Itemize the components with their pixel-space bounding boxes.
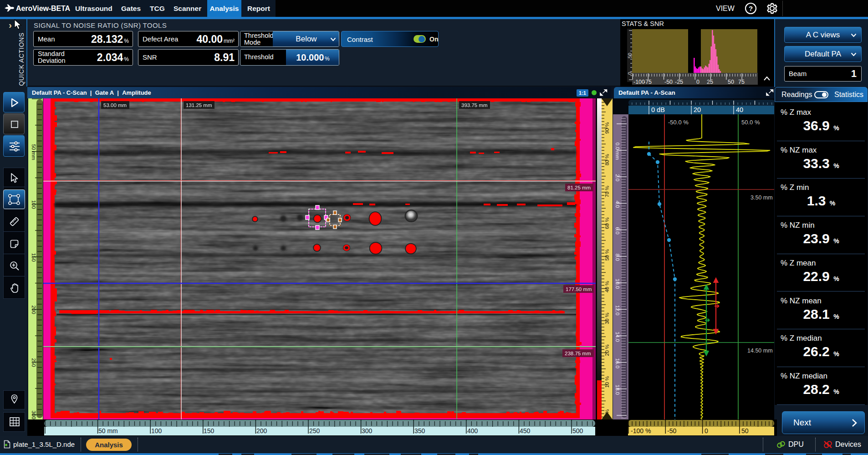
svg-text:50.0 %: 50.0 %	[741, 119, 760, 126]
svg-text:10.0: 10.0	[615, 279, 620, 289]
svg-text:2.0: 2.0	[615, 174, 620, 181]
svg-text:4.0: 4.0	[615, 200, 620, 208]
svg-text:10 %: 10 %	[604, 376, 610, 388]
svg-text:300: 300	[362, 427, 373, 435]
svg-text:-25: -25	[675, 79, 683, 85]
svg-text:20 %: 20 %	[604, 344, 610, 356]
svg-text:-50: -50	[664, 79, 673, 85]
svg-text:100: 100	[31, 200, 36, 209]
svg-text:200: 200	[256, 427, 267, 435]
svg-text:25: 25	[707, 79, 713, 85]
svg-text:150: 150	[204, 427, 214, 435]
svg-text:0.0 mm: 0.0 mm	[615, 143, 620, 160]
svg-text:50: 50	[627, 53, 633, 58]
svg-text:-75: -75	[643, 79, 652, 85]
svg-text:14.50 mm: 14.50 mm	[747, 348, 773, 354]
svg-text:150: 150	[31, 253, 36, 261]
svg-text:16.0: 16.0	[615, 358, 620, 368]
svg-text:250: 250	[309, 427, 320, 435]
svg-text:14.0: 14.0	[615, 332, 620, 342]
svg-text:500: 500	[572, 427, 583, 435]
svg-text:40: 40	[736, 106, 743, 113]
svg-text:238.75 mm: 238.75 mm	[565, 351, 591, 356]
svg-text:393.75 mm: 393.75 mm	[461, 102, 488, 108]
svg-text:70 %: 70 %	[604, 186, 610, 197]
svg-text:-100 %: -100 %	[631, 427, 651, 435]
svg-text:8.0: 8.0	[615, 254, 620, 261]
svg-text:50: 50	[741, 427, 749, 435]
svg-text:-50.0 %: -50.0 %	[668, 119, 689, 126]
svg-text:81.25 mm: 81.25 mm	[567, 185, 591, 190]
svg-text:90 %: 90 %	[604, 122, 610, 133]
svg-text:400: 400	[467, 427, 478, 435]
svg-text:50 mm: 50 mm	[98, 427, 118, 435]
svg-text:?: ?	[749, 5, 753, 12]
svg-text:80 %: 80 %	[604, 154, 610, 165]
svg-text:18.0: 18.0	[615, 385, 620, 395]
svg-text:-50: -50	[667, 427, 676, 435]
svg-text:0 dB: 0 dB	[651, 106, 665, 113]
svg-text:60 %: 60 %	[604, 217, 610, 229]
svg-text:12.0: 12.0	[615, 305, 620, 315]
svg-text:100: 100	[151, 427, 162, 435]
svg-text:50 mm: 50 mm	[31, 144, 36, 160]
svg-text:0: 0	[705, 427, 708, 435]
svg-text:50 %: 50 %	[604, 249, 610, 261]
svg-text:131.25 mm: 131.25 mm	[186, 102, 212, 108]
svg-text:30 %: 30 %	[604, 312, 610, 324]
svg-text:300: 300	[31, 410, 36, 419]
svg-text:20: 20	[694, 106, 701, 113]
svg-text:53.00 mm: 53.00 mm	[103, 102, 127, 108]
svg-text:250: 250	[31, 358, 36, 367]
svg-text:350: 350	[414, 427, 425, 435]
svg-text:3.50 mm: 3.50 mm	[751, 194, 773, 201]
svg-text:50: 50	[728, 79, 734, 85]
svg-text:0: 0	[696, 79, 700, 85]
svg-text:450: 450	[520, 427, 531, 435]
svg-text:6.0: 6.0	[615, 227, 620, 235]
svg-text:40 %: 40 %	[604, 281, 610, 292]
svg-text:177.50 mm: 177.50 mm	[566, 286, 592, 292]
svg-text:0: 0	[627, 72, 633, 75]
svg-text:200: 200	[31, 305, 36, 314]
svg-text:75: 75	[738, 79, 745, 85]
